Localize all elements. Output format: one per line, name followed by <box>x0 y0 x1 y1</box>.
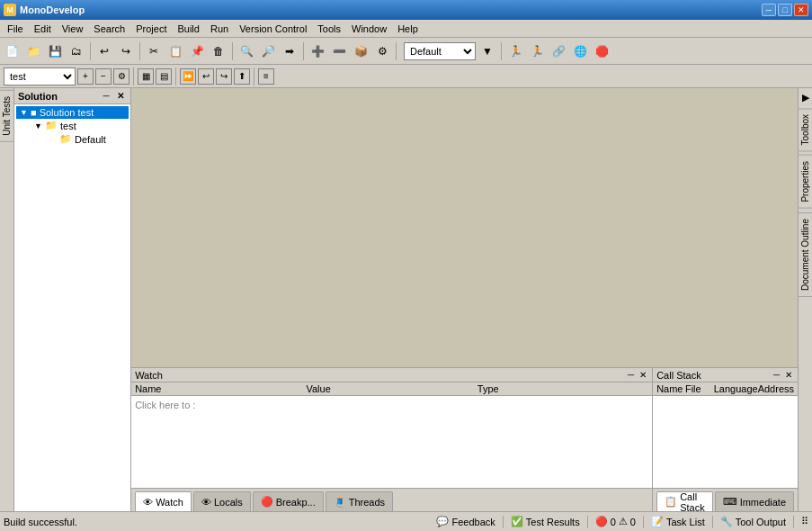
properties-tab[interactable]: Properties <box>798 155 812 209</box>
editor-area[interactable] <box>131 88 798 367</box>
debug1[interactable]: ⏩ <box>180 68 196 85</box>
menu-help[interactable]: Help <box>392 22 424 36</box>
tree-root[interactable]: ▼ ■ Solution test <box>16 106 129 119</box>
misc1[interactable]: ≡ <box>258 68 274 85</box>
warning-icon: ⚠ <box>619 516 628 527</box>
solution-panel-title: Solution <box>18 91 58 102</box>
tool-output-icon: 🔧 <box>720 516 733 527</box>
menu-window[interactable]: Window <box>346 22 392 36</box>
paste-button[interactable]: 📌 <box>187 41 207 61</box>
menu-tools[interactable]: Tools <box>312 22 346 36</box>
watch-table-header: Name Value Type <box>131 382 652 396</box>
right-collapse-btn[interactable]: ▶ <box>799 88 813 106</box>
toolbox-tab[interactable]: Toolbox <box>798 108 812 151</box>
cmd1[interactable]: ▦ <box>138 68 154 85</box>
debug3[interactable]: ↪ <box>216 68 232 85</box>
status-bar: Build successful. 💬 Feedback ✅ Test Resu… <box>0 511 812 531</box>
folder-icon-default: 📁 <box>59 133 72 145</box>
tab-locals[interactable]: 👁 Locals <box>193 491 251 511</box>
solution-icon: ■ <box>31 107 37 118</box>
open-button[interactable]: 📁 <box>23 41 43 61</box>
sep2 <box>139 42 140 60</box>
run1[interactable]: 🏃 <box>505 41 525 61</box>
solution-panel-close[interactable]: ✕ <box>114 90 127 103</box>
new-button[interactable]: 📄 <box>2 41 22 61</box>
callstack-pin-btn[interactable]: ─ <box>772 370 781 380</box>
feedback-label[interactable]: Feedback <box>451 517 495 527</box>
tab-watch[interactable]: 👁 Watch <box>135 491 192 511</box>
menu-search[interactable]: Search <box>88 22 130 36</box>
expand-spacer <box>49 135 58 144</box>
config-dropdown[interactable]: Default <box>404 42 476 60</box>
callstack-close-btn[interactable]: ✕ <box>783 370 794 380</box>
tree-test-node[interactable]: ▼ 📁 test <box>16 119 129 132</box>
callstack-panel: Call Stack ─ ✕ Name File Language Addres… <box>653 368 798 511</box>
search-button[interactable]: 🔍 <box>236 41 256 61</box>
menu-bar: File Edit View Search Project Build Run … <box>0 20 812 38</box>
task-list-label[interactable]: Task List <box>666 517 705 527</box>
test-results-label[interactable]: Test Results <box>526 517 580 527</box>
undo-button[interactable]: ↩ <box>94 41 114 61</box>
menu-file[interactable]: File <box>2 22 29 36</box>
callstack-table-body <box>653 396 798 488</box>
title-bar: M MonoDevelop ─ □ ✕ <box>0 0 812 20</box>
tab-immediate[interactable]: ⌨ Immediate <box>715 491 794 511</box>
menu-project[interactable]: Project <box>130 22 172 36</box>
tool-output-label[interactable]: Tool Output <box>736 517 786 527</box>
browse[interactable]: 📦 <box>351 41 370 61</box>
options-project-btn[interactable]: ⚙ <box>113 68 129 85</box>
error-icon: 🔴 <box>595 516 608 527</box>
document-outline-tab[interactable]: Document Outline <box>798 212 812 297</box>
debug4[interactable]: ⬆ <box>234 68 250 85</box>
watch-pin-btn[interactable]: ─ <box>626 370 636 380</box>
maximize-button[interactable]: □ <box>778 4 792 16</box>
watch-close-btn[interactable]: ✕ <box>638 370 648 380</box>
find-next[interactable]: ➡ <box>280 41 299 61</box>
remove-project-btn[interactable]: − <box>95 68 112 85</box>
options[interactable]: ⚙ <box>372 41 392 61</box>
sep7 <box>133 68 134 86</box>
add-project-btn[interactable]: + <box>77 68 94 85</box>
tab-threads[interactable]: 🧵 Threads <box>326 491 393 511</box>
menu-build[interactable]: Build <box>172 22 204 36</box>
test-results-icon: ✅ <box>511 516 523 527</box>
tree-default-node[interactable]: 📁 Default <box>16 132 129 146</box>
minimize-button[interactable]: ─ <box>762 4 776 16</box>
close-button[interactable]: ✕ <box>794 4 808 16</box>
menu-version-control[interactable]: Version Control <box>234 22 312 36</box>
sep9 <box>254 68 254 86</box>
menu-edit[interactable]: Edit <box>29 22 57 36</box>
run3[interactable]: 🔗 <box>549 41 568 61</box>
config-arrow[interactable]: ▼ <box>477 41 497 61</box>
cut-button[interactable]: ✂ <box>144 41 164 61</box>
replace-button[interactable]: 🔎 <box>258 41 278 61</box>
watch-col-type: Type <box>477 383 648 394</box>
save-button[interactable]: 💾 <box>45 41 65 61</box>
add-ref[interactable]: ➕ <box>308 41 327 61</box>
redo-button[interactable]: ↪ <box>116 41 136 61</box>
menu-run[interactable]: Run <box>205 22 234 36</box>
copy-button[interactable]: 📋 <box>165 41 185 61</box>
project-dropdown[interactable]: test <box>4 68 76 86</box>
save-all-button[interactable]: 🗂 <box>67 41 86 61</box>
solution-panel-pin[interactable]: ─ <box>100 90 112 103</box>
menu-view[interactable]: View <box>57 22 89 36</box>
watch-table-body[interactable]: Click here to : <box>131 396 652 488</box>
locals-tab-label: Locals <box>214 497 243 508</box>
run4[interactable]: 🌐 <box>570 41 590 61</box>
remove-ref[interactable]: ➖ <box>329 41 349 61</box>
tab-breakpoints[interactable]: 🔴 Breakp... <box>253 491 324 511</box>
run2[interactable]: 🏃 <box>527 41 547 61</box>
debug2[interactable]: ↩ <box>198 68 214 85</box>
stop-button[interactable]: 🛑 <box>592 41 611 61</box>
resize-grip: ⠿ <box>801 516 808 527</box>
delete-button[interactable]: 🗑 <box>209 41 228 61</box>
tab-callstack[interactable]: 📋 Call Stack <box>656 491 713 511</box>
tree-test-label: test <box>60 121 76 131</box>
cmd2[interactable]: ▤ <box>156 68 172 85</box>
folder-icon-test: 📁 <box>45 120 58 131</box>
threads-tab-label: Threads <box>349 497 385 508</box>
expand-icon: ▼ <box>20 108 29 117</box>
unit-tests-tab[interactable]: Unit Tests <box>0 90 14 142</box>
callstack-panel-header: Call Stack ─ ✕ <box>653 368 798 382</box>
